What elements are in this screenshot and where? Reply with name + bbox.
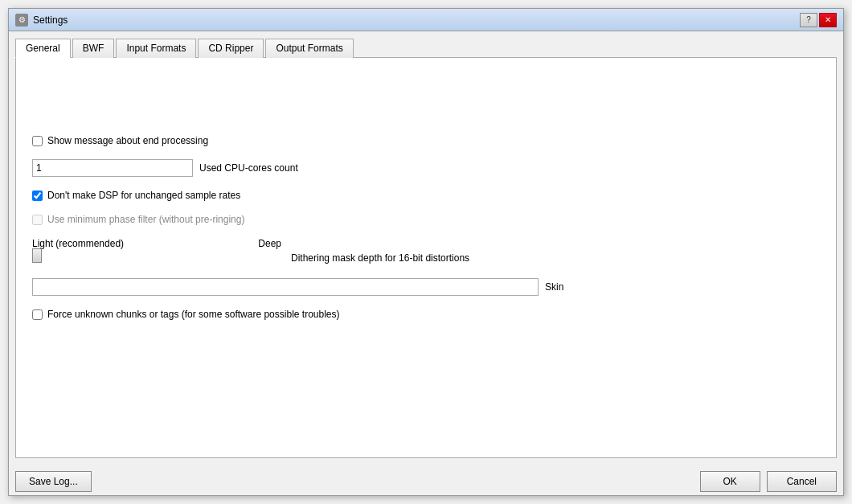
help-button[interactable]: ? (800, 13, 817, 27)
min-phase-label: Use minimum phase filter (without pre-ri… (47, 214, 244, 225)
dither-slider-container: Light (recommended) Deep Dithering mask … (32, 238, 820, 265)
title-bar: ⚙ Settings ? ✕ (9, 9, 843, 31)
dsp-checkbox-row: Don't make DSP for unchanged sample rate… (32, 190, 820, 201)
ok-cancel-group: OK Cancel (700, 471, 837, 492)
skin-row: Skin (32, 278, 820, 296)
window-icon: ⚙ (15, 14, 28, 27)
tab-output-formats[interactable]: Output Formats (265, 39, 353, 58)
bottom-bar: Save Log... OK Cancel (9, 465, 843, 495)
tab-bar: General BWF Input Formats CD Ripper Outp… (15, 38, 837, 58)
settings-window: ⚙ Settings ? ✕ General BWF Input Formats… (8, 8, 844, 496)
main-content: General BWF Input Formats CD Ripper Outp… (9, 31, 843, 465)
slider-labels: Light (recommended) Deep (32, 238, 281, 249)
show-message-label: Show message about end processing (47, 135, 208, 146)
cpu-cores-input[interactable] (32, 159, 193, 177)
skin-label: Skin (545, 281, 563, 293)
tab-content-general: Show message about end processing Used C… (15, 58, 837, 458)
close-button[interactable]: ✕ (819, 13, 837, 27)
window-title: Settings (33, 14, 800, 26)
tab-cd-ripper[interactable]: CD Ripper (198, 39, 264, 58)
force-chunks-label: Force unknown chunks or tags (for some s… (47, 309, 340, 320)
save-log-button[interactable]: Save Log... (15, 471, 92, 492)
cpu-cores-row: Used CPU-cores count (32, 159, 820, 177)
dsp-label: Don't make DSP for unchanged sample rate… (47, 190, 240, 201)
tab-general[interactable]: General (15, 39, 71, 58)
cpu-cores-label: Used CPU-cores count (199, 162, 298, 174)
dither-slider[interactable] (32, 251, 281, 265)
force-chunks-row: Force unknown chunks or tags (for some s… (32, 309, 820, 320)
force-chunks-checkbox[interactable] (32, 309, 43, 320)
tab-input-formats[interactable]: Input Formats (116, 39, 196, 58)
top-spacer (32, 74, 820, 122)
show-message-checkbox[interactable] (32, 136, 43, 146)
tab-bwf[interactable]: BWF (72, 39, 115, 58)
dsp-checkbox[interactable] (32, 191, 43, 201)
min-phase-row: Use minimum phase filter (without pre-ri… (32, 214, 820, 225)
cancel-button[interactable]: Cancel (767, 471, 837, 492)
ok-button[interactable]: OK (700, 471, 760, 492)
slider-row: Dithering mask depth for 16-bit distorti… (32, 251, 820, 265)
min-phase-checkbox[interactable] (32, 215, 43, 225)
title-bar-buttons: ? ✕ (800, 13, 837, 27)
skin-input[interactable] (32, 278, 539, 296)
slider-label-left: Light (recommended) (32, 238, 124, 249)
show-message-row: Show message about end processing (32, 135, 820, 146)
slider-label-right: Deep (258, 238, 281, 249)
dither-description: Dithering mask depth for 16-bit distorti… (291, 252, 469, 264)
